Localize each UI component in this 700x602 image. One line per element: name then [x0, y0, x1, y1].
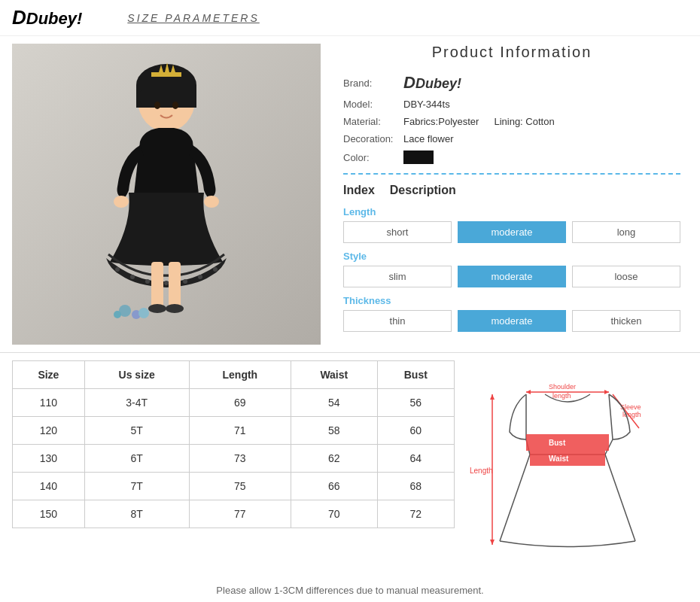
svg-marker-51: [490, 540, 495, 545]
svg-point-28: [148, 304, 166, 313]
thickness-title: Thickness: [343, 295, 680, 306]
svg-marker-32: [604, 390, 609, 394]
bottom-section: Size Us size Length Waist Bust 1103-4T69…: [0, 352, 700, 579]
svg-point-17: [145, 279, 150, 284]
page-title: SIZE PARAMETERS: [127, 12, 259, 24]
table-cell: 58: [291, 417, 378, 445]
lining-label: Lining:: [494, 116, 522, 127]
model-value: DBY-344ts: [403, 99, 450, 110]
svg-rect-26: [151, 262, 163, 307]
index-label: Index: [343, 184, 375, 197]
style-section: Style slim moderate loose: [343, 251, 680, 287]
style-btn-loose[interactable]: loose: [572, 266, 680, 287]
size-diagram: Shoulder length Sleeve length: [466, 368, 677, 564]
model-row: Model: DBY-344ts: [343, 99, 680, 110]
style-btn-slim[interactable]: slim: [343, 266, 452, 287]
svg-point-24: [114, 311, 121, 318]
table-cell: 64: [377, 445, 454, 473]
brand-row: Brand: DDubey!: [343, 73, 680, 93]
svg-point-10: [154, 102, 160, 109]
table-cell: 110: [13, 389, 85, 417]
svg-line-39: [609, 394, 613, 439]
table-cell: 72: [377, 500, 454, 528]
table-cell: 3-4T: [84, 389, 189, 417]
svg-point-15: [115, 267, 120, 272]
col-bust: Bust: [377, 361, 454, 389]
length-btn-moderate[interactable]: moderate: [458, 221, 566, 243]
svg-point-16: [130, 275, 135, 279]
table-row: 1103-4T695456: [13, 389, 455, 417]
svg-line-44: [605, 455, 635, 541]
svg-point-13: [114, 196, 129, 208]
table-cell: 150: [13, 500, 85, 528]
material-row: Material: Fabrics:Polyester Lining: Cott…: [343, 116, 680, 127]
footer-note: Please allow 1-3CM differences due to ma…: [0, 579, 700, 602]
svg-point-19: [183, 279, 187, 284]
svg-point-29: [166, 304, 184, 313]
svg-rect-5: [140, 90, 193, 104]
table-cell: 120: [13, 417, 85, 445]
product-info-title: Product Information: [343, 44, 680, 61]
col-us-size: Us size: [84, 361, 189, 389]
col-length: Length: [189, 361, 291, 389]
table-cell: 75: [189, 473, 291, 500]
top-section: Product Information Brand: DDubey! Model…: [0, 36, 700, 352]
table-cell: 71: [189, 417, 291, 445]
length-btn-short[interactable]: short: [343, 221, 452, 243]
decoration-label: Decoration:: [343, 133, 403, 144]
diagram-container: Shoulder length Sleeve length: [455, 360, 688, 571]
page-header: DDubey! SIZE PARAMETERS: [0, 0, 700, 36]
svg-rect-6: [151, 72, 181, 77]
length-btn-long[interactable]: long: [572, 221, 680, 243]
table-cell: 130: [13, 445, 85, 473]
brand-label: Brand:: [343, 78, 403, 89]
brand-value: DDubey!: [403, 73, 461, 93]
product-photo: [12, 44, 321, 345]
table-cell: 8T: [84, 500, 189, 528]
index-desc-header: Index Description: [343, 184, 680, 197]
table-cell: 7T: [84, 473, 189, 500]
svg-text:Shoulder: Shoulder: [549, 383, 576, 391]
material-label: Material:: [343, 116, 403, 127]
svg-text:length: length: [552, 392, 571, 400]
table-cell: 69: [189, 389, 291, 417]
table-cell: 60: [377, 417, 454, 445]
svg-point-11: [172, 102, 178, 109]
table-cell: 54: [291, 389, 378, 417]
svg-text:Bust: Bust: [549, 439, 566, 447]
thickness-btn-thin[interactable]: thin: [343, 310, 452, 332]
product-image: [12, 44, 321, 345]
thickness-buttons: thin moderate thicken: [343, 310, 680, 332]
col-waist: Waist: [291, 361, 378, 389]
thickness-btn-thicken[interactable]: thicken: [572, 310, 680, 332]
thickness-section: Thickness thin moderate thicken: [343, 295, 680, 332]
svg-point-14: [204, 196, 219, 208]
table-row: 1306T736264: [13, 445, 455, 473]
brand-name: Dubey!: [26, 9, 83, 28]
material-value: Fabrics:Polyester: [403, 116, 479, 127]
table-cell: 140: [13, 473, 85, 500]
svg-marker-31: [526, 390, 531, 394]
table-cell: 6T: [84, 445, 189, 473]
decoration-value: Lace flower: [403, 133, 453, 144]
svg-rect-27: [169, 262, 181, 307]
color-row: Color:: [343, 150, 680, 164]
length-section: Length short moderate long: [343, 206, 680, 243]
svg-point-18: [164, 281, 169, 285]
table-row: 1508T777072: [13, 500, 455, 528]
section-divider: [343, 173, 680, 175]
size-table: Size Us size Length Waist Bust 1103-4T69…: [12, 360, 455, 528]
footer-note-text: Please allow 1-3CM differences due to ma…: [216, 585, 483, 596]
table-cell: 66: [291, 473, 378, 500]
table-row: 1205T715860: [13, 417, 455, 445]
lining-value: Cotton: [525, 116, 554, 127]
svg-point-25: [138, 308, 149, 318]
thickness-btn-moderate[interactable]: moderate: [458, 310, 566, 332]
style-btn-moderate[interactable]: moderate: [458, 266, 566, 287]
table-header-row: Size Us size Length Waist Bust: [13, 361, 455, 389]
table-row: 1407T756668: [13, 473, 455, 500]
brand-logo: DDubey!: [12, 6, 82, 29]
svg-point-21: [213, 267, 218, 272]
model-label: Model:: [343, 99, 403, 110]
decoration-row: Decoration: Lace flower: [343, 133, 680, 144]
